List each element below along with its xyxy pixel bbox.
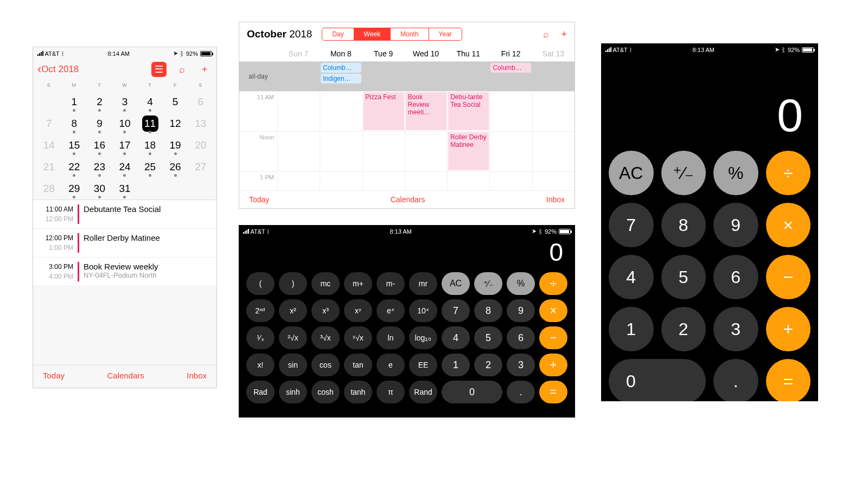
day-cell[interactable]: 13 bbox=[188, 113, 213, 134]
search-button[interactable]: ⌕ bbox=[174, 62, 189, 77]
key-²√x[interactable]: ²√x bbox=[279, 326, 307, 349]
event-row[interactable]: 12:00 PM1:00 PMRoller Derby Matinee bbox=[33, 229, 216, 258]
key-EE[interactable]: EE bbox=[409, 354, 437, 376]
hour-cell[interactable] bbox=[532, 131, 575, 171]
back-button[interactable]: ‹Oct 2018 bbox=[37, 62, 79, 76]
weekday-column[interactable]: Fri 12 bbox=[489, 46, 532, 61]
hour-cell[interactable]: Book Review meeti… bbox=[405, 91, 447, 131]
key-e[interactable]: e bbox=[376, 354, 405, 376]
hour-cell[interactable] bbox=[277, 91, 320, 131]
key-4[interactable]: 4 bbox=[609, 255, 654, 299]
key-⁺∕₋[interactable]: ⁺∕₋ bbox=[661, 151, 706, 195]
key-AC[interactable]: AC bbox=[609, 151, 654, 195]
weekday-column[interactable]: Sat 13 bbox=[532, 46, 575, 61]
key-1[interactable]: 1 bbox=[442, 354, 470, 376]
key-ln[interactable]: ln bbox=[376, 326, 405, 349]
day-cell[interactable]: 28 bbox=[36, 178, 62, 200]
key-2[interactable]: 2 bbox=[474, 354, 502, 376]
key-x³[interactable]: x³ bbox=[311, 299, 340, 322]
key-0[interactable]: 0 bbox=[442, 381, 502, 403]
weekday-column[interactable]: Sun 7 bbox=[277, 46, 320, 61]
key-×[interactable]: × bbox=[539, 299, 567, 322]
key-=[interactable]: = bbox=[539, 381, 567, 403]
add-event-button[interactable]: + bbox=[561, 29, 567, 40]
day-cell[interactable] bbox=[188, 178, 213, 200]
key-¹∕ₓ[interactable]: ¹∕ₓ bbox=[246, 326, 275, 349]
day-cell[interactable]: 24 bbox=[112, 156, 138, 178]
key-2ⁿᵈ[interactable]: 2ⁿᵈ bbox=[246, 299, 275, 322]
key-mc[interactable]: mc bbox=[311, 272, 340, 295]
key-log₁₀[interactable]: log₁₀ bbox=[409, 326, 437, 349]
key-9[interactable]: 9 bbox=[507, 299, 535, 322]
key-.[interactable]: . bbox=[713, 359, 758, 401]
day-cell[interactable]: 20 bbox=[188, 134, 213, 156]
key-7[interactable]: 7 bbox=[609, 203, 654, 247]
key-+[interactable]: + bbox=[766, 307, 811, 351]
hour-cell[interactable] bbox=[489, 131, 532, 171]
hour-cell[interactable] bbox=[532, 91, 575, 131]
key-cos[interactable]: cos bbox=[311, 354, 340, 376]
allday-event[interactable]: Columb… bbox=[490, 63, 531, 73]
search-button[interactable]: ⌕ bbox=[543, 29, 549, 40]
key-³√x[interactable]: ³√x bbox=[311, 326, 340, 349]
calendars-button[interactable]: Calendars bbox=[107, 371, 144, 380]
key-AC[interactable]: AC bbox=[442, 272, 470, 295]
key-)[interactable]: ) bbox=[279, 272, 307, 295]
day-cell[interactable]: 25 bbox=[137, 156, 163, 178]
key-6[interactable]: 6 bbox=[507, 326, 535, 349]
key-⁺∕₋[interactable]: ⁺∕₋ bbox=[474, 272, 502, 295]
day-cell[interactable]: 17 bbox=[112, 134, 138, 156]
key-÷[interactable]: ÷ bbox=[766, 151, 811, 195]
key-2[interactable]: 2 bbox=[661, 307, 706, 351]
key-sin[interactable]: sin bbox=[279, 354, 307, 376]
day-cell[interactable]: 16 bbox=[87, 134, 112, 156]
key-m-[interactable]: m- bbox=[376, 272, 405, 295]
key-8[interactable]: 8 bbox=[661, 203, 706, 247]
key-tanh[interactable]: tanh bbox=[344, 381, 372, 403]
key-8[interactable]: 8 bbox=[474, 299, 502, 322]
day-cell[interactable]: 9 bbox=[87, 113, 112, 134]
key-10ˣ[interactable]: 10ˣ bbox=[409, 299, 437, 322]
key-3[interactable]: 3 bbox=[713, 307, 758, 351]
day-cell[interactable]: 11 bbox=[137, 113, 163, 134]
month-grid[interactable]: 1234567891011121314151617181920212223242… bbox=[33, 91, 216, 200]
key-Rand[interactable]: Rand bbox=[409, 381, 437, 403]
seg-week[interactable]: Week bbox=[354, 28, 391, 40]
today-button[interactable]: Today bbox=[249, 195, 269, 204]
view-segmented-control[interactable]: DayWeekMonthYear bbox=[322, 28, 462, 41]
timed-event[interactable]: Roller Derby Matinee bbox=[448, 132, 489, 170]
day-cell[interactable]: 7 bbox=[36, 113, 62, 134]
weekday-column[interactable]: Tue 9 bbox=[362, 46, 405, 61]
key-×[interactable]: × bbox=[766, 203, 811, 247]
key-%[interactable]: % bbox=[713, 151, 758, 195]
hour-cell[interactable] bbox=[489, 91, 532, 131]
day-cell[interactable]: 30 bbox=[87, 178, 112, 200]
key-xʸ[interactable]: xʸ bbox=[344, 299, 372, 322]
key-6[interactable]: 6 bbox=[713, 255, 758, 299]
hour-cell[interactable] bbox=[362, 131, 405, 171]
weekday-column[interactable]: Thu 11 bbox=[447, 46, 489, 61]
day-cell[interactable] bbox=[137, 178, 163, 200]
key-3[interactable]: 3 bbox=[507, 354, 535, 376]
event-row[interactable]: 3:00 PM4:00 PMBook Review weeklyNY-04FL-… bbox=[33, 258, 216, 286]
timed-event[interactable]: Debu-tante Tea Social bbox=[448, 92, 489, 130]
day-cell[interactable]: 1 bbox=[62, 91, 87, 113]
key-ʸ√x[interactable]: ʸ√x bbox=[344, 326, 372, 349]
key-%[interactable]: % bbox=[507, 272, 535, 295]
timed-event[interactable]: Pizza Fest bbox=[363, 92, 404, 130]
timed-event[interactable]: Book Review meeti… bbox=[406, 92, 446, 130]
event-row[interactable]: 11:00 AM12:00 PMDebutante Tea Social bbox=[33, 200, 216, 229]
key-cosh[interactable]: cosh bbox=[311, 381, 340, 403]
key-mr[interactable]: mr bbox=[409, 272, 437, 295]
day-cell[interactable]: 27 bbox=[188, 156, 213, 178]
inbox-button[interactable]: Inbox bbox=[187, 371, 207, 380]
key-0[interactable]: 0 bbox=[609, 359, 706, 401]
day-cell[interactable] bbox=[163, 178, 188, 200]
day-cell[interactable]: 19 bbox=[163, 134, 188, 156]
day-cell[interactable]: 23 bbox=[87, 156, 112, 178]
allday-event[interactable]: Indigen… bbox=[321, 74, 361, 84]
key-=[interactable]: = bbox=[766, 359, 811, 401]
day-cell[interactable]: 10 bbox=[112, 113, 138, 134]
hour-cell[interactable] bbox=[277, 131, 320, 171]
key-5[interactable]: 5 bbox=[661, 255, 706, 299]
